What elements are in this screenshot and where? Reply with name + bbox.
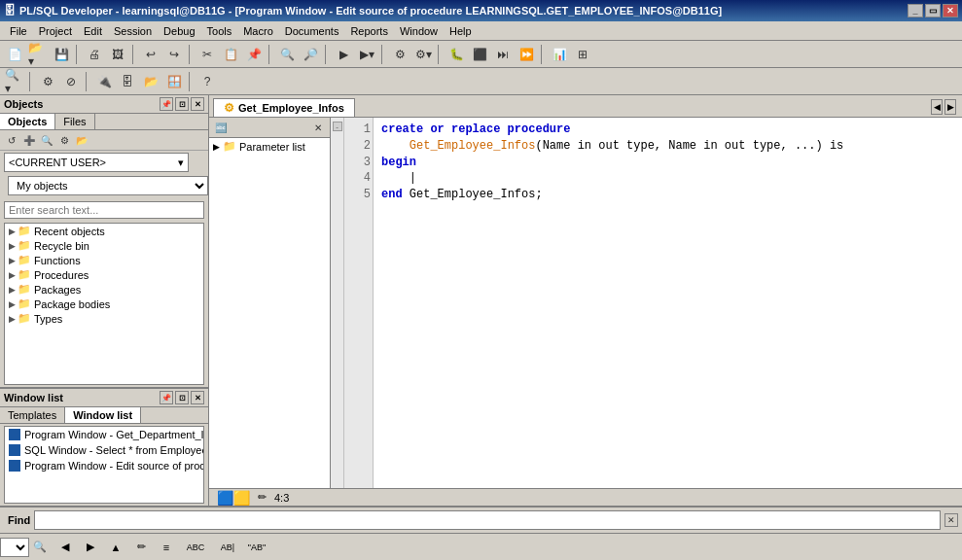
tab-templates[interactable]: Templates bbox=[0, 407, 65, 423]
user-combo[interactable]: <CURRENT USER> ▾ bbox=[4, 153, 189, 172]
find-prev-button[interactable]: ◀ bbox=[54, 537, 76, 558]
menu-session[interactable]: Session bbox=[108, 23, 158, 39]
tb-preview-button[interactable]: 🖼 bbox=[107, 44, 128, 65]
menu-debug[interactable]: Debug bbox=[158, 23, 200, 39]
wl-item-0[interactable]: Program Window - Get_Department_In... bbox=[5, 427, 203, 442]
code-area[interactable]: create or replace procedure Get_Employee… bbox=[374, 118, 962, 488]
menu-project[interactable]: Project bbox=[33, 23, 78, 39]
tb-debug-button[interactable]: 🐛 bbox=[445, 44, 467, 65]
user-combo-arrow: ▾ bbox=[178, 157, 184, 169]
tb-paste-button[interactable]: 📌 bbox=[243, 44, 265, 65]
tree-recycle-bin[interactable]: ▶ 📁 Recycle bin bbox=[5, 238, 203, 253]
find-search-button[interactable]: 🔍 bbox=[29, 537, 51, 558]
tb-stepout-button[interactable]: ⏩ bbox=[516, 44, 537, 65]
nav-arrows: ◀ ▶ bbox=[929, 97, 958, 117]
tree-functions[interactable]: ▶ 📁 Functions bbox=[5, 253, 203, 267]
tb-save-button[interactable]: 💾 bbox=[51, 44, 72, 65]
obj-filter-button[interactable]: ⚙ bbox=[56, 132, 72, 148]
status-position: 4:3 bbox=[274, 492, 289, 504]
menu-edit[interactable]: Edit bbox=[78, 23, 108, 39]
menu-documents[interactable]: Documents bbox=[279, 23, 345, 39]
tb2-help-button[interactable]: ? bbox=[196, 71, 218, 92]
tb2-clear-button[interactable]: ⊘ bbox=[60, 71, 82, 92]
tb2-window-button[interactable]: 🪟 bbox=[163, 71, 185, 92]
obj-collapse-button[interactable]: 📂 bbox=[74, 132, 89, 148]
objects-panel-close[interactable]: ✕ bbox=[191, 97, 204, 111]
nav-sort-button[interactable]: 🔤 bbox=[213, 120, 229, 135]
find-ab-button[interactable]: "AB" bbox=[245, 537, 268, 558]
tab-files[interactable]: Files bbox=[55, 114, 94, 129]
code-line-2: Get_Employee_Infos(Name in out type, Nam… bbox=[381, 138, 954, 155]
tb2-schema-button[interactable]: 📂 bbox=[140, 71, 161, 92]
tb-grid-button[interactable]: ⊞ bbox=[572, 44, 593, 65]
tb-findobj-button[interactable]: 🔎 bbox=[300, 44, 321, 65]
nav-close-button[interactable]: ✕ bbox=[310, 120, 326, 135]
tb-compile-button[interactable]: ⚙ bbox=[389, 44, 410, 65]
tb-find-button[interactable]: 🔍 bbox=[276, 44, 298, 65]
tree-types[interactable]: ▶ 📁 Types bbox=[5, 311, 203, 326]
restore-button[interactable]: ▭ bbox=[925, 4, 941, 18]
find-close-button[interactable]: ✕ bbox=[944, 513, 958, 527]
fold-btn-1[interactable]: - bbox=[333, 122, 342, 131]
find-menu-button[interactable]: ≡ bbox=[156, 537, 177, 558]
tab-objects[interactable]: Objects bbox=[0, 114, 55, 129]
tb-redo-button[interactable]: ↪ bbox=[163, 44, 185, 65]
find-input[interactable] bbox=[34, 510, 941, 530]
wl-panel-pin[interactable]: 📌 bbox=[160, 391, 173, 404]
tb-step-button[interactable]: ⏭ bbox=[492, 44, 514, 65]
myobjects-dropdown[interactable]: My objects bbox=[8, 176, 208, 195]
minimize-button[interactable]: _ bbox=[908, 4, 923, 18]
line-num-5: 5 bbox=[346, 187, 371, 203]
nav-next-button[interactable]: ▶ bbox=[944, 99, 956, 115]
close-button[interactable]: ✕ bbox=[943, 4, 958, 18]
tb-cut-button[interactable]: ✂ bbox=[196, 44, 218, 65]
wl-panel-float[interactable]: ⊡ bbox=[175, 391, 189, 404]
find-edit-button[interactable]: ✏ bbox=[130, 537, 152, 558]
tb-copy-button[interactable]: 📋 bbox=[220, 44, 241, 65]
tree-arrow-functions: ▶ bbox=[9, 256, 16, 265]
find-abpipe-button[interactable]: AB| bbox=[214, 537, 241, 558]
editor-tab-main[interactable]: ⚙ Get_Employee_Infos bbox=[213, 98, 355, 117]
objects-panel-float[interactable]: ⊡ bbox=[175, 97, 189, 111]
tb-explain-button[interactable]: 📊 bbox=[549, 44, 570, 65]
objects-panel-pin[interactable]: 📌 bbox=[160, 97, 173, 111]
tab-windowlist[interactable]: Window list bbox=[65, 407, 141, 423]
nav-param-list[interactable]: ▶ 📁 Parameter list bbox=[209, 138, 330, 155]
wl-panel-close[interactable]: ✕ bbox=[191, 391, 204, 404]
obj-add-button[interactable]: ➕ bbox=[21, 132, 37, 148]
menu-macro[interactable]: Macro bbox=[237, 23, 279, 39]
wl-item-2[interactable]: Program Window - Edit source of proce... bbox=[5, 458, 203, 473]
find-combo-dropdown[interactable] bbox=[4, 537, 25, 558]
wl-item-1[interactable]: SQL Window - Select * from Employee bbox=[5, 442, 203, 458]
menu-file[interactable]: File bbox=[4, 23, 33, 39]
tree-recent-objects[interactable]: ▶ 📁 Recent objects bbox=[5, 224, 203, 238]
find-up-button[interactable]: ▲ bbox=[105, 537, 126, 558]
tb-undo-button[interactable]: ↩ bbox=[140, 44, 161, 65]
tb-execute-dropdown[interactable]: ▶▾ bbox=[356, 44, 377, 65]
tb-execute-button[interactable]: ▶ bbox=[333, 44, 354, 65]
tree-procedures[interactable]: ▶ 📁 Procedures bbox=[5, 267, 203, 282]
tb-new-button[interactable]: 📄 bbox=[4, 44, 25, 65]
tree-folder-recycle: 📁 bbox=[18, 239, 31, 252]
menu-window[interactable]: Window bbox=[394, 23, 444, 39]
tb2-db-button[interactable]: 🗄 bbox=[117, 71, 138, 92]
menu-help[interactable]: Help bbox=[444, 23, 478, 39]
tree-packages[interactable]: ▶ 📁 Packages bbox=[5, 282, 203, 297]
find-abc-button[interactable]: ABC bbox=[181, 537, 210, 558]
tb-compile2-button[interactable]: ⚙▾ bbox=[412, 44, 434, 65]
tb2-settings-button[interactable]: ⚙ bbox=[37, 71, 58, 92]
find-next-button[interactable]: ▶ bbox=[80, 537, 101, 558]
obj-refresh-button[interactable]: ↺ bbox=[4, 132, 19, 148]
tb-open-dropdown[interactable]: 📂▾ bbox=[27, 44, 49, 65]
nav-prev-button[interactable]: ◀ bbox=[931, 99, 943, 115]
menu-reports[interactable]: Reports bbox=[344, 23, 394, 39]
tb2-connect-button[interactable]: 🔌 bbox=[93, 71, 115, 92]
tree-package-bodies[interactable]: ▶ 📁 Package bodies bbox=[5, 297, 203, 311]
obj-find-button[interactable]: 🔍 bbox=[39, 132, 54, 148]
tb-print-button[interactable]: 🖨 bbox=[84, 44, 105, 65]
find-combo-select[interactable] bbox=[0, 538, 29, 557]
search-input[interactable] bbox=[4, 201, 204, 219]
tb-breakpoint-button[interactable]: ⬛ bbox=[469, 44, 490, 65]
menu-tools[interactable]: Tools bbox=[201, 23, 238, 39]
tb2-search-button[interactable]: 🔍▾ bbox=[4, 71, 25, 92]
